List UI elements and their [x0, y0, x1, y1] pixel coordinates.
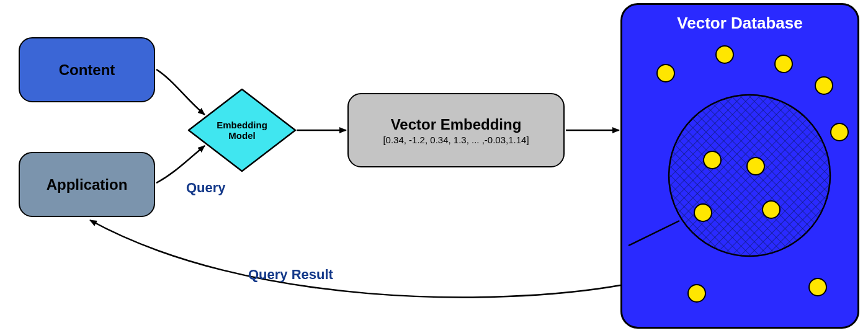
vector-point: [656, 64, 675, 82]
vector-point: [694, 203, 712, 222]
vector-point: [815, 76, 833, 95]
vector-point: [687, 284, 706, 303]
vector-embedding-title: Vector Embedding: [391, 116, 522, 133]
embedding-model-label-line1: Embedding: [217, 120, 267, 130]
content-node: Content: [19, 37, 155, 102]
query-result-edge-label: Query Result: [248, 267, 333, 283]
vector-point: [703, 151, 722, 169]
application-node: Application: [19, 152, 155, 217]
vector-point: [762, 200, 781, 219]
vector-point: [746, 157, 765, 175]
application-node-label: Application: [47, 176, 128, 193]
embedding-model-label-line2: Model: [228, 130, 255, 141]
vector-point: [774, 55, 793, 73]
vector-database-node: Vector Database: [620, 3, 859, 329]
vector-point: [715, 45, 734, 64]
vector-embedding-node: Vector Embedding [0.34, -1.2, 0.34, 1.3,…: [347, 93, 565, 167]
embedding-model-node: Embedding Model: [186, 87, 298, 174]
vector-embedding-values: [0.34, -1.2, 0.34, 1.3, ... ,-0.03,1.14]: [383, 135, 529, 145]
query-edge-label: Query: [186, 180, 226, 196]
svg-point-4: [669, 95, 830, 256]
vector-point: [808, 278, 827, 296]
svg-line-5: [629, 221, 679, 246]
content-node-label: Content: [59, 61, 115, 79]
vector-point: [830, 123, 849, 141]
diagram-canvas: Content Application Embedding Model Quer…: [0, 0, 868, 333]
